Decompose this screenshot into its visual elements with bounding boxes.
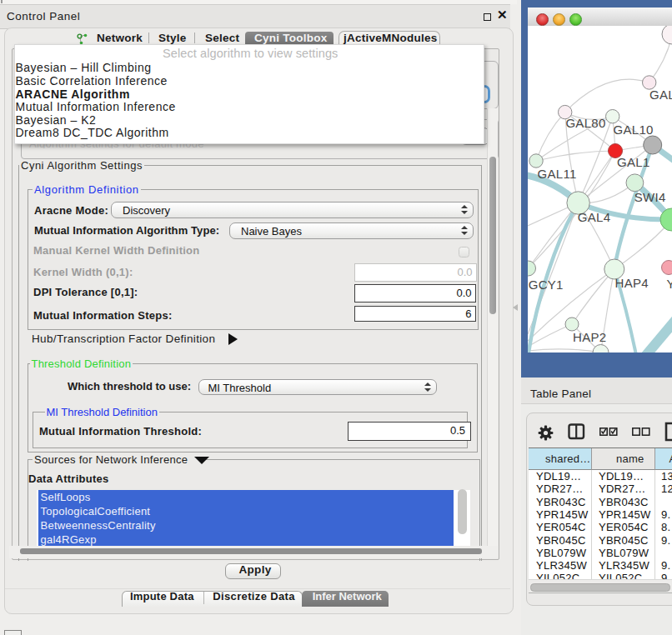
svg-text:GAL10: GAL10	[614, 122, 654, 137]
svg-text:GAL2: GAL2	[649, 88, 672, 102]
svg-text:SWI4: SWI4	[634, 190, 666, 204]
svg-text:HAP2: HAP2	[573, 330, 606, 344]
svg-text:YJL: YJL	[667, 277, 672, 291]
svg-text:HAP4: HAP4	[615, 276, 649, 290]
svg-text:GAL80: GAL80	[565, 116, 605, 130]
svg-text:GAL11: GAL11	[538, 167, 577, 181]
svg-text:GAL4: GAL4	[578, 210, 611, 224]
svg-text:GCY1: GCY1	[529, 278, 564, 292]
svg-text:GAL1: GAL1	[617, 155, 650, 169]
